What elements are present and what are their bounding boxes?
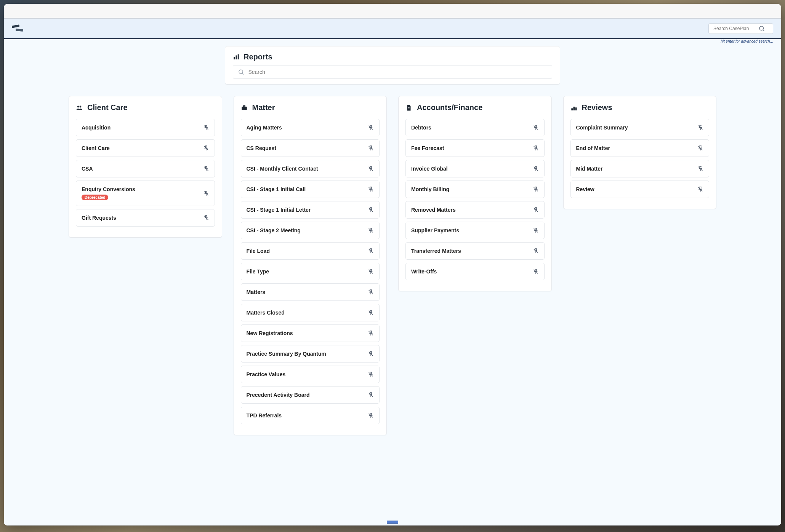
svg-rect-3 bbox=[236, 55, 237, 59]
unpin-icon[interactable] bbox=[203, 145, 209, 151]
unpin-icon[interactable] bbox=[368, 207, 374, 213]
unpin-icon[interactable] bbox=[203, 190, 209, 197]
unpin-icon[interactable] bbox=[368, 145, 374, 151]
report-columns: Client CareAcquisitionClient CareCSAEnqu… bbox=[69, 96, 716, 435]
unpin-icon[interactable] bbox=[368, 289, 374, 295]
report-label: Write-Offs bbox=[411, 268, 437, 275]
report-item[interactable]: End of Matter bbox=[570, 139, 710, 157]
unpin-icon[interactable] bbox=[697, 186, 703, 192]
unpin-icon[interactable] bbox=[203, 166, 209, 172]
report-item[interactable]: Invoice Global bbox=[405, 160, 545, 177]
unpin-icon[interactable] bbox=[368, 166, 374, 172]
report-item[interactable]: Mid Matter bbox=[570, 160, 710, 177]
unpin-icon[interactable] bbox=[533, 145, 539, 151]
report-item[interactable]: Fee Forecast bbox=[405, 139, 545, 157]
report-item[interactable]: Client Care bbox=[76, 139, 215, 157]
unpin-icon[interactable] bbox=[697, 166, 703, 172]
report-label: Review bbox=[576, 186, 594, 192]
unpin-icon[interactable] bbox=[533, 227, 539, 233]
unpin-icon[interactable] bbox=[533, 186, 539, 192]
report-label: Supplier Payments bbox=[411, 227, 459, 233]
unpin-icon[interactable] bbox=[368, 268, 374, 275]
report-item[interactable]: CSA bbox=[76, 160, 215, 177]
report-item[interactable]: CSI - Stage 1 Initial Letter bbox=[241, 201, 380, 219]
global-search-input[interactable] bbox=[713, 26, 758, 32]
bottom-dock-handle[interactable] bbox=[387, 521, 398, 524]
report-item[interactable]: Gift Requests bbox=[76, 209, 215, 227]
report-item[interactable]: Acquisition bbox=[76, 119, 215, 136]
unpin-icon[interactable] bbox=[368, 351, 374, 357]
report-item[interactable]: Debtors bbox=[405, 119, 545, 136]
report-item[interactable]: CSI - Stage 2 Meeting bbox=[241, 222, 380, 239]
report-label: Matters Closed bbox=[247, 310, 285, 316]
svg-rect-4 bbox=[238, 54, 239, 59]
unpin-icon[interactable] bbox=[368, 392, 374, 398]
report-item[interactable]: New Registrations bbox=[241, 324, 380, 342]
category-title: Reviews bbox=[570, 103, 710, 112]
unpin-icon[interactable] bbox=[368, 186, 374, 192]
report-label: Monthly Billing bbox=[411, 186, 449, 192]
unpin-icon[interactable] bbox=[368, 248, 374, 254]
report-item[interactable]: Aging Matters bbox=[241, 119, 380, 136]
window-chrome bbox=[4, 4, 781, 18]
report-item[interactable]: Precedent Activity Board bbox=[241, 386, 380, 404]
report-label: File Load bbox=[247, 248, 270, 254]
report-label: CSI - Stage 1 Initial Letter bbox=[247, 207, 311, 213]
report-item[interactable]: Monthly Billing bbox=[405, 181, 545, 198]
browser-window: hit enter for advanced search... Reports… bbox=[4, 4, 781, 526]
unpin-icon[interactable] bbox=[368, 125, 374, 131]
report-item[interactable]: CS Request bbox=[241, 139, 380, 157]
svg-point-7 bbox=[77, 105, 79, 107]
report-item[interactable]: Review bbox=[570, 181, 710, 198]
report-label: Precedent Activity Board bbox=[247, 392, 310, 398]
advanced-search-hint: hit enter for advanced search... bbox=[721, 39, 773, 43]
report-label: File Type bbox=[247, 268, 269, 275]
unpin-icon[interactable] bbox=[533, 248, 539, 254]
unpin-icon[interactable] bbox=[697, 125, 703, 131]
unpin-icon[interactable] bbox=[368, 330, 374, 336]
svg-rect-68 bbox=[571, 108, 573, 110]
report-item[interactable]: CSI - Monthly Client Contact bbox=[241, 160, 380, 177]
local-search[interactable] bbox=[233, 65, 552, 79]
global-search[interactable] bbox=[708, 23, 773, 34]
report-item[interactable]: Matters Closed bbox=[241, 304, 380, 321]
app-logo[interactable] bbox=[12, 24, 23, 34]
report-item[interactable]: Practice Values bbox=[241, 366, 380, 383]
report-item[interactable]: TPD Referrals bbox=[241, 407, 380, 424]
report-label: Complaint Summary bbox=[576, 125, 628, 131]
report-item[interactable]: Removed Matters bbox=[405, 201, 545, 219]
bar-chart-icon bbox=[233, 54, 240, 61]
svg-rect-2 bbox=[234, 57, 235, 59]
report-item[interactable]: File Type bbox=[241, 263, 380, 280]
report-item[interactable]: CSI - Stage 1 Initial Call bbox=[241, 181, 380, 198]
svg-point-0 bbox=[759, 26, 764, 30]
unpin-icon[interactable] bbox=[533, 268, 539, 275]
unpin-icon[interactable] bbox=[533, 207, 539, 213]
unpin-icon[interactable] bbox=[533, 125, 539, 131]
report-item[interactable]: File Load bbox=[241, 242, 380, 260]
report-item[interactable]: Transferred Matters bbox=[405, 242, 545, 260]
report-item[interactable]: Enquiry ConversionsDeprecated bbox=[76, 181, 215, 206]
unpin-icon[interactable] bbox=[368, 310, 374, 316]
svg-line-1 bbox=[763, 30, 764, 31]
report-item[interactable]: Write-Offs bbox=[405, 263, 545, 280]
svg-rect-19 bbox=[242, 107, 247, 110]
report-label: CS Request bbox=[247, 145, 277, 151]
unpin-icon[interactable] bbox=[368, 227, 374, 233]
unpin-icon[interactable] bbox=[368, 412, 374, 419]
unpin-icon[interactable] bbox=[533, 166, 539, 172]
app-root: hit enter for advanced search... Reports… bbox=[4, 18, 781, 526]
unpin-icon[interactable] bbox=[697, 145, 703, 151]
deprecated-badge: Deprecated bbox=[82, 195, 108, 200]
local-search-input[interactable] bbox=[247, 69, 547, 75]
report-label: TPD Referrals bbox=[247, 412, 282, 419]
report-item[interactable]: Complaint Summary bbox=[570, 119, 710, 136]
report-item[interactable]: Practice Summary By Quantum bbox=[241, 345, 380, 363]
unpin-icon[interactable] bbox=[368, 371, 374, 377]
unpin-icon[interactable] bbox=[203, 125, 209, 131]
report-item[interactable]: Supplier Payments bbox=[405, 222, 545, 239]
report-item[interactable]: Matters bbox=[241, 283, 380, 301]
category-title: Client Care bbox=[76, 103, 215, 112]
report-label: Debtors bbox=[411, 125, 431, 131]
unpin-icon[interactable] bbox=[203, 215, 209, 221]
